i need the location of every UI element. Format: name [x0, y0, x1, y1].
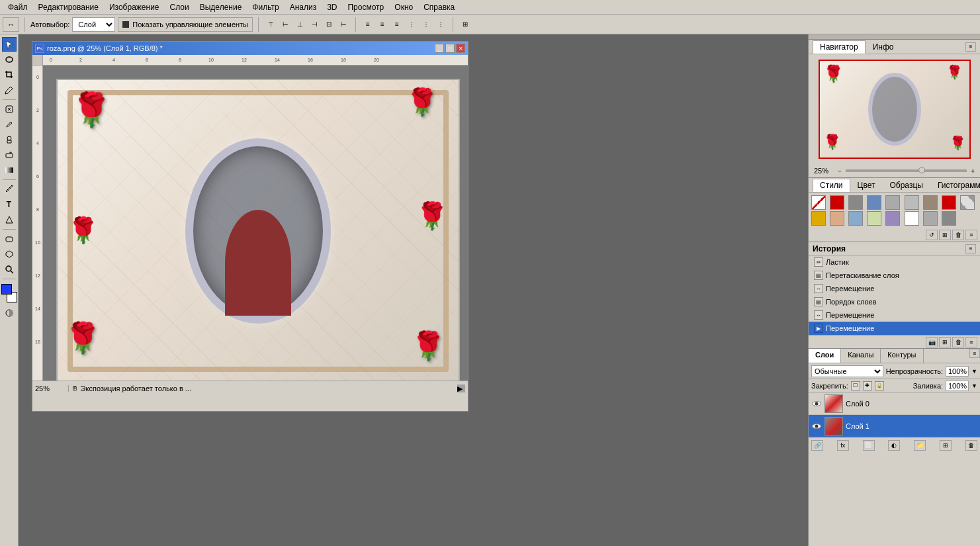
tab-layers[interactable]: Слои	[809, 349, 841, 363]
align-right-icon[interactable]: ⊢	[337, 18, 350, 31]
fill-input[interactable]: 100%	[946, 381, 969, 391]
dist-right-icon[interactable]: ⋮	[434, 18, 447, 31]
tool-eyedrop[interactable]	[2, 83, 17, 97]
tool-zoom[interactable]	[2, 262, 17, 277]
align-left-icon[interactable]: ⊣	[308, 18, 321, 31]
styles-new-btn[interactable]: ↺	[926, 230, 938, 240]
swatch-lgray3[interactable]	[867, 211, 881, 226]
history-snapshot-btn[interactable]: 📷	[926, 337, 938, 347]
color-picker[interactable]	[1, 284, 17, 302]
swatch-lgray[interactable]	[885, 195, 900, 210]
dist-bottom-icon[interactable]: ≡	[390, 18, 404, 31]
lock-pixel-btn[interactable]: ☐	[851, 381, 860, 390]
swatch-white[interactable]	[905, 211, 919, 226]
tool-3d[interactable]	[2, 247, 17, 261]
menu-edit[interactable]: Редактирование	[33, 1, 104, 13]
doc-minimize-btn[interactable]: _	[435, 44, 444, 53]
swatch-red[interactable]	[830, 195, 844, 210]
styles-menu2-btn[interactable]: ≡	[965, 230, 977, 240]
layer-link-btn[interactable]: 🔗	[811, 440, 823, 451]
layer-0-vis-btn[interactable]	[811, 398, 822, 409]
tool-gradient[interactable]	[2, 163, 17, 177]
auto-select-dropdown[interactable]: Слой Группа	[72, 17, 115, 32]
history-del-btn[interactable]: 🗑	[952, 337, 964, 347]
swatch-yellow[interactable]	[811, 211, 826, 226]
doc-close-btn[interactable]: ✕	[456, 44, 465, 53]
menu-file[interactable]: Файл	[3, 1, 33, 13]
layer-adj-btn[interactable]: ◐	[888, 440, 900, 451]
swatch-orange-skin[interactable]	[830, 211, 844, 226]
dist-vcenter-icon[interactable]: ≡	[376, 18, 389, 31]
swatch-lgray2[interactable]	[905, 195, 919, 210]
layer-mode-select[interactable]: Обычные	[811, 365, 883, 377]
layer-1-vis-btn[interactable]	[811, 421, 822, 432]
tab-contours[interactable]: Контуры	[881, 349, 923, 363]
swatch-red2[interactable]	[942, 195, 956, 210]
swatch-lblue[interactable]	[848, 211, 863, 226]
dist-top-icon[interactable]: ≡	[361, 18, 375, 31]
menu-layers[interactable]: Слои	[165, 1, 195, 13]
history-move3-active[interactable]: ▶ Перемещение	[809, 322, 980, 335]
swatch-dgray2[interactable]	[942, 211, 956, 226]
tool-lasso[interactable]	[2, 52, 17, 67]
tab-histogram[interactable]: Гистограмма	[930, 179, 980, 192]
move-tool-btn[interactable]: ↔	[3, 17, 19, 32]
tool-path-select[interactable]	[2, 212, 17, 227]
tool-shape[interactable]	[2, 232, 17, 246]
tool-select[interactable]	[2, 37, 17, 52]
swatch-checker[interactable]	[960, 195, 975, 210]
menu-filter[interactable]: Фильтр	[247, 1, 284, 13]
history-move1[interactable]: ↔ Перемещение	[809, 282, 980, 295]
swatch-blue[interactable]	[867, 195, 881, 210]
opacity-input[interactable]: 100%	[946, 366, 969, 377]
foreground-color-box[interactable]	[1, 284, 12, 295]
layers-menu-btn[interactable]: ≡	[969, 349, 980, 358]
tab-styles[interactable]: Стили	[813, 179, 850, 192]
tool-brush[interactable]	[2, 117, 17, 132]
history-new-btn[interactable]: ⊞	[939, 337, 951, 347]
dist-hcenter-icon[interactable]: ⋮	[420, 18, 433, 31]
nav-zoom-slider[interactable]	[846, 169, 967, 172]
nav-zoom-plus-icon[interactable]: +	[971, 167, 975, 175]
lock-pos-btn[interactable]: ✚	[863, 381, 872, 390]
swatch-brown[interactable]	[923, 195, 938, 210]
tab-navigator[interactable]: Навигатор	[813, 40, 866, 54]
tool-patch[interactable]	[2, 102, 17, 116]
tab-channels[interactable]: Каналы	[841, 349, 881, 363]
layer-item-0[interactable]: Слой 0	[809, 392, 980, 415]
swatch-purple[interactable]	[885, 211, 900, 226]
layer-item-1[interactable]: Слой 1	[809, 415, 980, 437]
show-controls-btn[interactable]: Показать управляющие элементы	[118, 17, 253, 32]
styles-del-btn[interactable]: ⊞	[939, 230, 951, 240]
layer-group-btn[interactable]: 📁	[914, 440, 926, 451]
swatch-gray[interactable]	[848, 195, 863, 210]
status-scroll-right[interactable]: ▶	[457, 385, 465, 392]
align-top-icon[interactable]: ⊤	[264, 18, 277, 31]
auto-align-icon[interactable]: ⊞	[459, 18, 472, 31]
tab-swatches[interactable]: Образцы	[882, 179, 930, 192]
tool-stamp[interactable]	[2, 132, 17, 147]
nav-zoom-minus-icon[interactable]: −	[838, 167, 842, 175]
menu-analysis[interactable]: Анализ	[285, 1, 322, 13]
tool-text[interactable]: T	[2, 197, 17, 212]
nav-zoom-thumb[interactable]	[918, 167, 925, 173]
history-move2[interactable]: ↔ Перемещение	[809, 308, 980, 322]
tab-info[interactable]: Инфо	[866, 40, 901, 54]
opacity-arrow-icon[interactable]: ▼	[971, 368, 977, 375]
tool-crop[interactable]	[2, 68, 17, 82]
menu-window[interactable]: Окно	[389, 1, 418, 13]
doc-maximize-btn[interactable]: □	[445, 44, 455, 53]
align-vcenter-icon[interactable]: ⊢	[279, 18, 292, 31]
align-hcenter-icon[interactable]: ⊡	[322, 18, 335, 31]
swatch-none[interactable]	[811, 195, 826, 210]
tool-quick-mask[interactable]	[2, 306, 17, 320]
tab-color[interactable]: Цвет	[850, 179, 883, 192]
layer-fx-btn[interactable]: fx	[837, 440, 849, 451]
align-bottom-icon[interactable]: ⊥	[293, 18, 306, 31]
history-menu-btn[interactable]: ≡	[965, 244, 976, 253]
swatch-dgray[interactable]	[923, 211, 938, 226]
tool-eraser[interactable]	[2, 148, 17, 162]
menu-help[interactable]: Справка	[418, 1, 460, 13]
menu-select[interactable]: Выделение	[195, 1, 247, 13]
menu-image[interactable]: Изображение	[104, 1, 165, 13]
